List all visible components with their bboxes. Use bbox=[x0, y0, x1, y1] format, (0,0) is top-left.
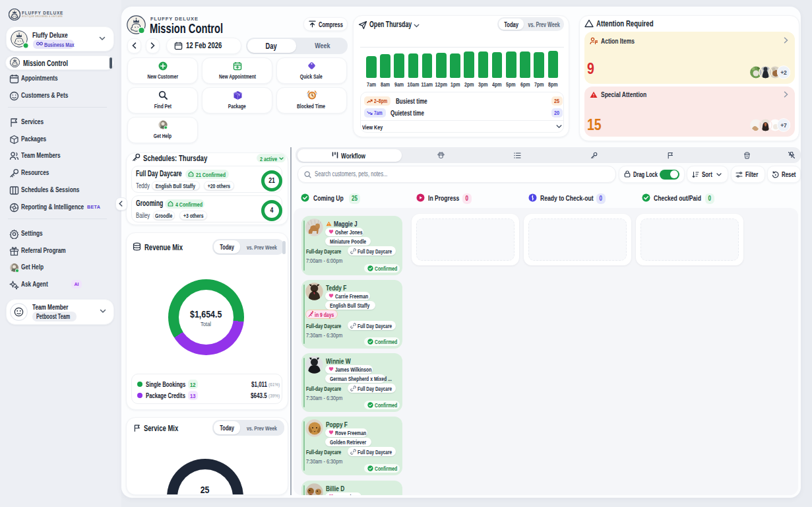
svg-text:+2: +2 bbox=[780, 69, 787, 76]
svg-text:+7: +7 bbox=[780, 122, 787, 129]
